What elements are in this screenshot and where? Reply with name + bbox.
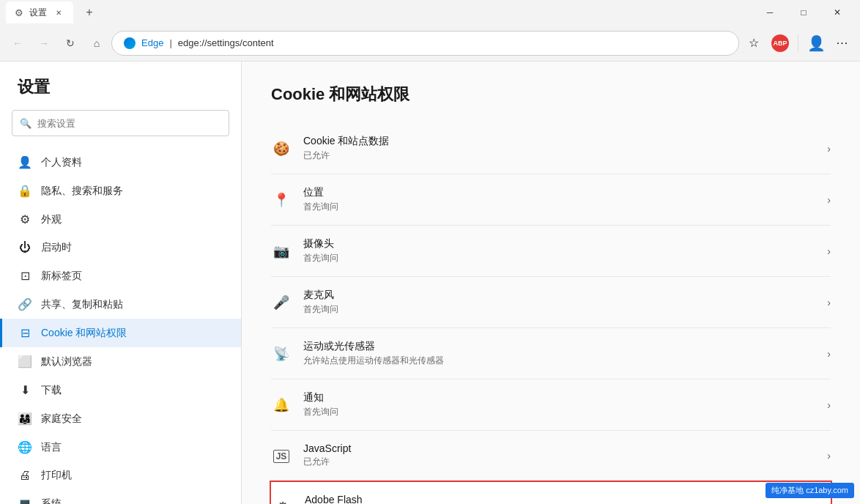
menu-button[interactable]: ··· xyxy=(831,32,854,55)
window-controls: ─ □ ✕ xyxy=(753,0,854,25)
settings-item-cookies-data[interactable]: 🍪 Cookie 和站点数据 已允许 › xyxy=(271,123,831,174)
refresh-button[interactable]: ↻ xyxy=(59,32,82,55)
settings-content-notifications: 通知 首先询问 xyxy=(303,391,815,418)
settings-arrow-microphone: › xyxy=(827,297,831,308)
nav-label-startup: 启动时 xyxy=(41,241,72,254)
settings-icon-javascript: JS xyxy=(271,448,292,463)
settings-item-javascript[interactable]: JS JavaScript 已允许 › xyxy=(271,431,831,481)
nav-label-browser: 默认浏览器 xyxy=(41,355,92,368)
forward-button[interactable]: → xyxy=(32,32,56,55)
addressbar: ← → ↻ ⌂ Edge | edge://settings/content ☆… xyxy=(0,25,860,62)
sidebar-title: 设置 xyxy=(0,76,241,110)
nav-label-download: 下载 xyxy=(41,384,62,397)
close-icon: ✕ xyxy=(834,7,841,18)
settings-arrow-camera: › xyxy=(827,245,831,257)
search-icon: 🔍 xyxy=(20,118,31,129)
new-tab-button[interactable]: + xyxy=(79,2,100,23)
address-url: edge://settings/content xyxy=(178,37,274,48)
adblock-icon: ABP xyxy=(771,34,789,52)
sidebar-item-cookies[interactable]: ⊟ Cookie 和网站权限 xyxy=(0,319,241,347)
nav-label-newtab: 新标签页 xyxy=(41,270,82,283)
adblock-button[interactable]: ABP xyxy=(768,32,792,55)
nav-icon-newtab: ⊡ xyxy=(18,269,32,283)
settings-content-flash: Adobe Flash 始终阻止 Flash (推荐) xyxy=(305,494,814,504)
nav-label-cookies: Cookie 和网站权限 xyxy=(41,327,127,340)
sidebar-item-share[interactable]: 🔗 共享、复制和粘贴 xyxy=(0,290,241,319)
nav-icon-printer: 🖨 xyxy=(18,469,32,482)
settings-title-notifications: 通知 xyxy=(303,391,815,404)
nav-label-profile: 个人资料 xyxy=(41,156,82,169)
forward-icon: → xyxy=(39,37,49,49)
tab-close-icon: ✕ xyxy=(56,9,62,17)
nav-icon-language: 🌐 xyxy=(18,440,32,454)
settings-arrow-cookies-data: › xyxy=(827,143,831,155)
sidebar-item-system[interactable]: 💻 系统 xyxy=(0,489,241,504)
nav-icon-cookies: ⊟ xyxy=(18,326,32,340)
sidebar-item-language[interactable]: 🌐 语言 xyxy=(0,433,241,462)
settings-item-flash[interactable]: ⚙ Adobe Flash 始终阻止 Flash (推荐) › xyxy=(270,481,832,504)
nav-icon-share: 🔗 xyxy=(18,297,32,311)
settings-icon-camera: 📷 xyxy=(271,243,292,259)
star-icon: ☆ xyxy=(749,36,759,50)
settings-arrow-motion: › xyxy=(827,348,831,360)
nav-label-share: 共享、复制和粘贴 xyxy=(41,298,123,311)
nav-label-privacy: 隐私、搜索和服务 xyxy=(41,185,123,198)
settings-arrow-flash: › xyxy=(826,501,829,505)
minimize-button[interactable]: ─ xyxy=(753,0,787,25)
back-button[interactable]: ← xyxy=(6,32,29,55)
sidebar-item-printer[interactable]: 🖨 打印机 xyxy=(0,462,241,489)
tab-settings-icon: ⚙ xyxy=(15,7,23,18)
settings-icon-location: 📍 xyxy=(271,192,292,208)
profile-button[interactable]: 👤 xyxy=(804,32,828,55)
settings-subtitle-notifications: 首先询问 xyxy=(303,406,815,418)
nav-icon-browser: ⬜ xyxy=(18,355,32,368)
search-box[interactable]: 🔍 xyxy=(12,110,229,136)
home-button[interactable]: ⌂ xyxy=(85,32,108,55)
sidebar-item-startup[interactable]: ⏻ 启动时 xyxy=(0,234,241,262)
nav-label-language: 语言 xyxy=(41,441,62,454)
settings-content-motion: 运动或光传感器 允许站点使用运动传感器和光传感器 xyxy=(303,340,815,367)
maximize-icon: □ xyxy=(801,7,806,18)
settings-title-cookies-data: Cookie 和站点数据 xyxy=(303,135,815,148)
watermark: 纯净基地 cz1aby.com xyxy=(766,483,854,498)
settings-item-motion[interactable]: 📡 运动或光传感器 允许站点使用运动传感器和光传感器 › xyxy=(271,328,831,379)
settings-item-location[interactable]: 📍 位置 首先询问 › xyxy=(271,174,831,226)
sidebar-item-newtab[interactable]: ⊡ 新标签页 xyxy=(0,262,241,290)
settings-title-motion: 运动或光传感器 xyxy=(303,340,815,353)
active-tab[interactable]: ⚙ 设置 ✕ xyxy=(6,1,73,23)
sidebar-item-appearance[interactable]: ⚙ 外观 xyxy=(0,205,241,234)
settings-title-flash: Adobe Flash xyxy=(305,494,814,504)
sidebar-item-profile[interactable]: 👤 个人资料 xyxy=(0,148,241,177)
new-tab-icon: + xyxy=(86,6,92,19)
sidebar-item-download[interactable]: ⬇ 下载 xyxy=(0,376,241,404)
address-divider: | xyxy=(169,37,171,48)
settings-subtitle-javascript: 已允许 xyxy=(303,456,815,468)
sidebar-item-privacy[interactable]: 🔒 隐私、搜索和服务 xyxy=(0,177,241,205)
nav-label-system: 系统 xyxy=(41,497,62,505)
favorites-button[interactable]: ☆ xyxy=(742,32,766,55)
close-button[interactable]: ✕ xyxy=(820,0,854,25)
settings-icon-flash: ⚙ xyxy=(273,499,293,505)
address-field[interactable]: Edge | edge://settings/content xyxy=(111,31,739,56)
settings-content-camera: 摄像头 首先询问 xyxy=(303,237,815,264)
sidebar-item-browser[interactable]: ⬜ 默认浏览器 xyxy=(0,347,241,376)
nav-icon-profile: 👤 xyxy=(18,155,32,169)
toolbar-divider xyxy=(798,34,798,52)
nav-icon-startup: ⏻ xyxy=(18,241,32,254)
settings-subtitle-cookies-data: 已允许 xyxy=(303,149,815,162)
nav-icon-appearance: ⚙ xyxy=(18,212,32,226)
maximize-button[interactable]: □ xyxy=(787,0,820,25)
titlebar: ⚙ 设置 ✕ + ─ □ ✕ xyxy=(0,0,860,25)
sidebar-item-family[interactable]: 👨‍👩‍👧 家庭安全 xyxy=(0,404,241,433)
watermark-url: cz1aby.com xyxy=(806,486,848,494)
settings-item-notifications[interactable]: 🔔 通知 首先询问 › xyxy=(271,379,831,431)
settings-arrow-location: › xyxy=(827,194,831,206)
tab-close-button[interactable]: ✕ xyxy=(53,7,64,18)
settings-content-cookies-data: Cookie 和站点数据 已允许 xyxy=(303,135,815,162)
settings-subtitle-location: 首先询问 xyxy=(303,201,815,213)
settings-title-camera: 摄像头 xyxy=(303,237,815,251)
settings-item-microphone[interactable]: 🎤 麦克风 首先询问 › xyxy=(271,277,831,328)
search-input[interactable] xyxy=(37,118,221,129)
main-layout: 设置 🔍 👤 个人资料 🔒 隐私、搜索和服务 ⚙ 外观 ⏻ 启动时 ⊡ 新标签页… xyxy=(0,62,860,504)
settings-item-camera[interactable]: 📷 摄像头 首先询问 › xyxy=(271,226,831,277)
